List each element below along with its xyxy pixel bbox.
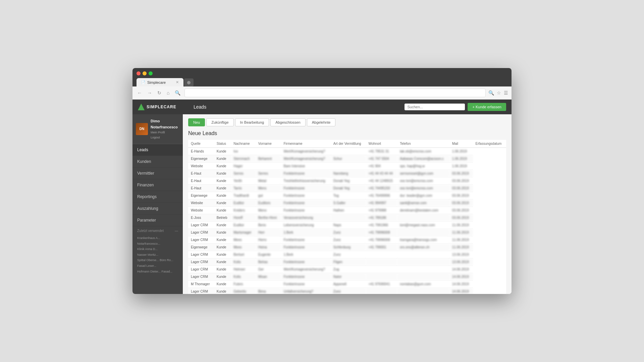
address-bar[interactable] <box>184 88 486 97</box>
table-row[interactable]: EigenwegeKundeMeesHeinaFonkterinssneSchf… <box>188 244 506 251</box>
table-row[interactable]: Lager CRMKundeHetnserGerWert/Komageversi… <box>188 266 506 273</box>
cell-11-7 <box>397 229 449 236</box>
cell-19-2: Gebertis <box>231 288 255 294</box>
sidebar-item-parameter[interactable]: Parameter <box>132 215 183 226</box>
header-search-input[interactable] <box>405 104 465 110</box>
tab-abgeschlossen[interactable]: Abgeschlossen <box>270 118 306 126</box>
cell-17-0: Lager CRM <box>188 273 214 281</box>
my-profile-link[interactable]: Mein Profil <box>151 130 179 135</box>
table-row[interactable]: E-HautKundeTarrisMensFonkterinssneDonati… <box>188 185 506 192</box>
table-row[interactable]: M ThomagerKundeFutersFonkterinssneAppene… <box>188 281 506 288</box>
cell-1-2: Sternmach <box>231 155 255 163</box>
col-status: Status <box>214 140 231 148</box>
cell-10-4: Lebensversicherung <box>281 222 330 229</box>
cell-2-8: 1.06.2019 <box>449 163 473 170</box>
cell-3-3: Serres <box>256 170 281 177</box>
cell-17-8: 14.06.2019 <box>449 273 473 281</box>
sidebar-item-leads[interactable]: Leads <box>132 144 183 156</box>
maximize-button[interactable] <box>149 71 153 75</box>
refresh-button[interactable]: ↻ <box>156 89 163 96</box>
cell-17-4: Fonkterinssne <box>281 273 330 281</box>
table-row[interactable]: WebsiteKundeHagerBare Intensive+41 904sp… <box>188 163 506 170</box>
cell-11-5: Zunz <box>331 229 366 236</box>
table-row[interactable]: Lager CRMKundeMartsmagerHerr1.BerkZunz+4… <box>188 229 506 236</box>
table-row[interactable]: Lager CRMKundeGebertisBimaUnfallversiche… <box>188 288 506 294</box>
recent-item-5[interactable]: Spittal Oberse... Büro Ro... <box>137 257 178 263</box>
sidebar-item-auszahlung[interactable]: Auszahlung <box>132 203 183 215</box>
recent-item-2[interactable]: Notarfrancesco... <box>137 241 178 247</box>
recent-items-list: Krankenhaus A... Notarfrancesco... Klini… <box>132 234 183 276</box>
cell-12-1: Kunde <box>214 236 231 244</box>
cell-7-6: +41 994997 <box>366 199 397 207</box>
tab-abgelehnte[interactable]: Abgelehnte <box>307 118 336 126</box>
sidebar-item-reportings[interactable]: Reportings <box>132 191 183 203</box>
recent-item-7[interactable]: Hofmann Dieter... Fasad... <box>137 269 178 275</box>
tab-zukunftige[interactable]: Zukünftige <box>206 118 233 126</box>
minimize-button[interactable] <box>143 71 147 75</box>
tab-close-icon[interactable]: ✕ <box>176 80 179 84</box>
table-row[interactable]: Lager CRMKundeBertsetEugente1.BerkZunz13… <box>188 251 506 258</box>
cell-2-2: Hager <box>231 163 255 170</box>
cell-14-3: Eugente <box>256 251 281 258</box>
cell-15-0: Lager CRM <box>188 258 214 266</box>
cell-14-0: Lager CRM <box>188 251 214 258</box>
cell-1-4: Wert/Komageversicherung? <box>281 155 330 163</box>
cell-7-2: Euditor <box>231 199 255 207</box>
table-row[interactable]: E-JossBetriebHoreffBerthe-HinniVerassver… <box>188 214 506 222</box>
recent-item-4[interactable]: Nasser Moritz... <box>137 252 178 258</box>
cell-5-3: Mens <box>256 185 281 192</box>
cell-1-1: Kunde <box>214 155 231 163</box>
recent-collapse-icon[interactable]: — <box>175 229 178 233</box>
cell-13-3: Heina <box>256 244 281 251</box>
forward-button[interactable]: → <box>146 89 153 96</box>
col-telefon: Telefon <box>397 140 449 148</box>
back-button[interactable]: ← <box>136 89 143 96</box>
cell-12-6: +41 79996008 <box>366 236 397 244</box>
cell-7-8: 03.06.2019 <box>449 199 473 207</box>
table-row[interactable]: WebsiteKundeKnidersMenoFonkterinssneHath… <box>188 207 506 214</box>
sidebar-item-kunden[interactable]: Kunden <box>132 156 183 168</box>
cell-19-7 <box>397 288 449 294</box>
menu-icon[interactable]: ☰ <box>504 90 508 96</box>
cell-6-5: Tog <box>331 192 366 199</box>
home-button[interactable]: ⌂ <box>165 89 171 96</box>
table-row[interactable]: E-HautKundeSerresSerresFonkterinssneNann… <box>188 170 506 177</box>
cell-5-0: E-Haut <box>188 185 214 192</box>
cell-1-7: Aabasas Comconi@acsson.c <box>397 155 449 163</box>
col-art-der-vermittlung: Art der Vermittlung <box>331 140 366 148</box>
table-row[interactable]: Lager CRMKundeEuditorBerioLebensversiche… <box>188 222 506 229</box>
table-row[interactable]: WebsiteKundeEuditorEuditorsFonkterinssne… <box>188 199 506 207</box>
close-button[interactable] <box>137 71 141 75</box>
tab-in-bearbeitung[interactable]: In Bearbeitung <box>235 118 269 126</box>
table-row[interactable]: Lager CRMKundeMeesHerroFonkterinssneZunz… <box>188 236 506 244</box>
bookmark-search-icon[interactable]: 🔍 <box>488 90 494 96</box>
table-row[interactable]: E-HandsKundeIvoWert/Komageversicherung?+… <box>188 148 506 155</box>
col-vorname: Vorname <box>256 140 281 148</box>
cell-14-2: Bertset <box>231 251 255 258</box>
sidebar-item-vermittler[interactable]: Vermittler <box>132 168 183 179</box>
cell-15-4: Fonkterinssne <box>281 258 330 266</box>
browser-tab[interactable]: 📄 Simplecare ✕ <box>137 78 183 86</box>
add-customer-button[interactable]: + Kunde erfassen <box>468 103 506 111</box>
recent-item-1[interactable]: Krankenhaus A... <box>137 235 178 241</box>
cell-8-1: Kunde <box>214 207 231 214</box>
table-row[interactable]: EigenwegeKundeSternmachBeharentWert/Koma… <box>188 155 506 163</box>
cell-5-4: Fonkterinssne <box>281 185 330 192</box>
logout-link[interactable]: Logout <box>151 135 179 140</box>
tab-neu[interactable]: Neu <box>188 118 205 126</box>
cell-15-3: Belras <box>256 258 281 266</box>
table-row[interactable]: E-HautKundeYerithMetalTreshlethinhissver… <box>188 177 506 185</box>
table-row[interactable]: EigenwegeKundeTradthardtgutFonkterinssne… <box>188 192 506 199</box>
cell-6-0: Eigenwege <box>188 192 214 199</box>
recent-item-6[interactable]: Fasad Leser... <box>137 263 178 269</box>
main-content: Neu Zukünftige In Bearbeitung Abgeschlos… <box>183 114 512 294</box>
recent-section-header: Zuletzt verwendet — <box>132 226 183 234</box>
sidebar-item-finanzen[interactable]: Finanzen <box>132 179 183 191</box>
col-nachname: Nachname <box>231 140 255 148</box>
star-icon[interactable]: ☆ <box>497 90 501 96</box>
table-row[interactable]: Lager CRMKundeKolisBelrasFonkterinssneFl… <box>188 258 506 266</box>
new-tab-button[interactable]: ⊕ <box>184 78 194 86</box>
cell-10-8: 11.06.2019 <box>449 222 473 229</box>
recent-item-3[interactable]: Klinik Anna D... <box>137 246 178 252</box>
table-row[interactable]: Lager CRMKundeKolisMisanFonkterinssneNat… <box>188 273 506 281</box>
